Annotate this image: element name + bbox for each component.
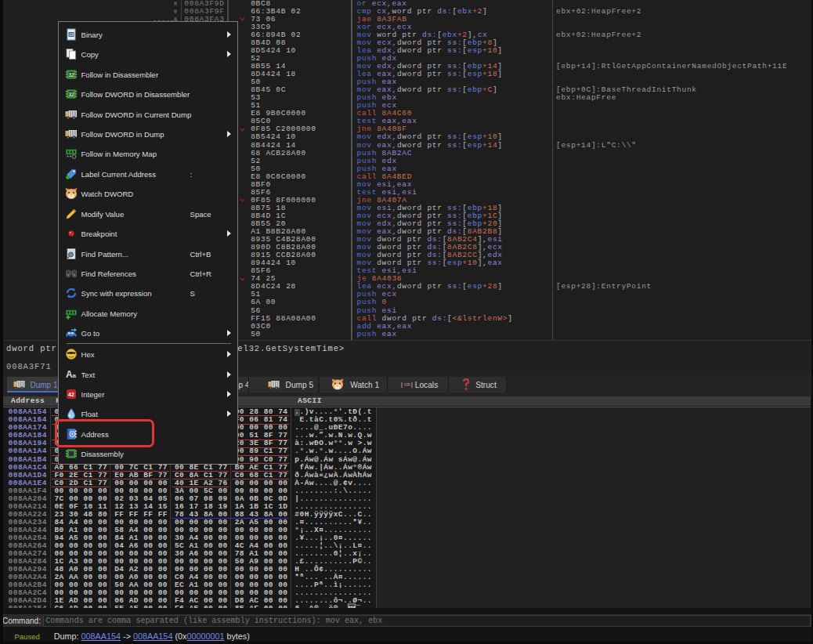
svg-text:32: 32 [68,92,74,97]
svg-text:32: 32 [68,71,74,77]
svg-text:10: 10 [68,33,73,38]
svg-text:42: 42 [68,392,74,397]
